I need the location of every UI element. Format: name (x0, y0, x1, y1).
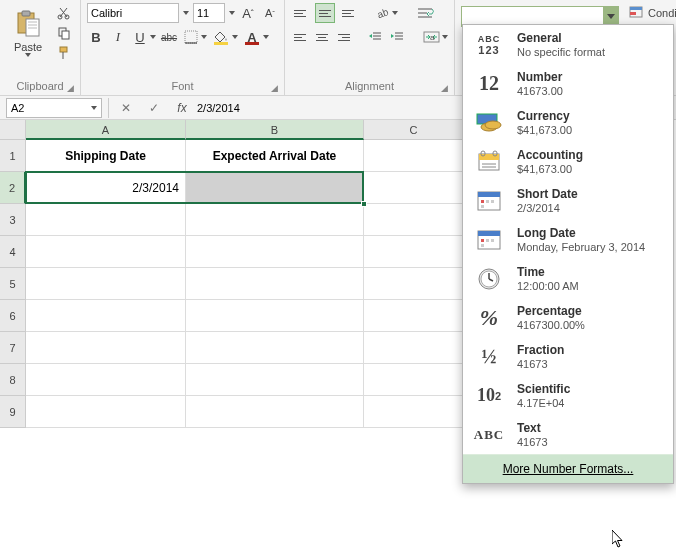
insert-function-button[interactable]: fx (173, 99, 191, 117)
format-percentage[interactable]: % Percentage4167300.00% (463, 298, 673, 337)
row-header-8[interactable]: 8 (0, 364, 26, 396)
clipboard-group-label: Clipboard (6, 79, 74, 93)
fraction-icon: ½ (473, 344, 505, 370)
column-header-a[interactable]: A (26, 120, 186, 140)
alignment-dialog-launcher[interactable]: ◢ (441, 83, 451, 93)
bold-button[interactable]: B (87, 27, 105, 47)
cell-b8[interactable] (186, 364, 364, 396)
decrease-font-button[interactable]: Aˇ (261, 3, 279, 23)
orientation-dropdown[interactable] (392, 11, 398, 15)
cell-a1[interactable]: Shipping Date (26, 140, 186, 172)
strikethrough-button[interactable]: abc (160, 27, 178, 47)
decrease-indent-button[interactable] (366, 27, 384, 47)
paste-dropdown-arrow[interactable] (25, 53, 31, 57)
format-fraction[interactable]: ½ Fraction41673 (463, 337, 673, 376)
cancel-formula-button[interactable]: ✕ (117, 99, 135, 117)
row-header-1[interactable]: 1 (0, 140, 26, 172)
cell-c2[interactable] (364, 172, 464, 204)
format-currency[interactable]: Currency$41,673.00 (463, 103, 673, 142)
format-number[interactable]: 12 Number41673.00 (463, 64, 673, 103)
align-right-button[interactable] (335, 27, 353, 47)
font-family-arrow-icon[interactable] (183, 11, 189, 15)
svg-rect-11 (62, 31, 69, 39)
italic-button[interactable]: I (109, 27, 127, 47)
increase-font-button[interactable]: Aˆ (239, 3, 257, 23)
cell-c6[interactable] (364, 300, 464, 332)
fill-handle[interactable] (361, 201, 367, 207)
align-center-button[interactable] (313, 27, 331, 47)
svg-rect-12 (60, 47, 67, 52)
copy-button[interactable] (54, 23, 74, 43)
format-long-date[interactable]: Long DateMonday, February 3, 2014 (463, 220, 673, 259)
cell-c5[interactable] (364, 268, 464, 300)
wrap-text-button[interactable] (416, 3, 434, 23)
borders-dropdown[interactable] (201, 35, 207, 39)
cell-b7[interactable] (186, 332, 364, 364)
row-header-6[interactable]: 6 (0, 300, 26, 332)
cell-b9[interactable] (186, 396, 364, 428)
orientation-button[interactable]: ab (373, 3, 391, 23)
cut-button[interactable] (54, 3, 74, 23)
row-header-5[interactable]: 5 (0, 268, 26, 300)
cell-a6[interactable] (26, 300, 186, 332)
paste-button[interactable]: Paste (6, 9, 50, 57)
cell-a8[interactable] (26, 364, 186, 396)
cell-a3[interactable] (26, 204, 186, 236)
font-family-input[interactable] (87, 3, 179, 23)
row-header-7[interactable]: 7 (0, 332, 26, 364)
cell-c9[interactable] (364, 396, 464, 428)
font-color-button[interactable]: A (242, 27, 262, 47)
font-color-dropdown[interactable] (263, 35, 269, 39)
clipboard-dialog-launcher[interactable]: ◢ (67, 83, 77, 93)
format-painter-button[interactable] (54, 43, 74, 63)
cell-c7[interactable] (364, 332, 464, 364)
merge-center-button[interactable]: a (423, 27, 441, 47)
select-all-corner[interactable] (0, 120, 26, 140)
column-header-c[interactable]: C (364, 120, 464, 140)
cell-b4[interactable] (186, 236, 364, 268)
cell-b6[interactable] (186, 300, 364, 332)
cell-c1[interactable] (364, 140, 464, 172)
cell-a2[interactable]: 2/3/2014 (26, 172, 186, 204)
enter-formula-button[interactable]: ✓ (145, 99, 163, 117)
align-bottom-button[interactable] (339, 3, 359, 23)
align-top-button[interactable] (291, 3, 311, 23)
cell-c4[interactable] (364, 236, 464, 268)
cell-b1[interactable]: Expected Arrival Date (186, 140, 364, 172)
cell-c8[interactable] (364, 364, 464, 396)
column-header-b[interactable]: B (186, 120, 364, 140)
row-header-3[interactable]: 3 (0, 204, 26, 236)
font-size-input[interactable] (193, 3, 225, 23)
borders-button[interactable] (182, 27, 200, 47)
format-accounting[interactable]: Accounting$41,673.00 (463, 142, 673, 181)
name-box[interactable]: A2 (6, 98, 102, 118)
fill-color-dropdown[interactable] (232, 35, 238, 39)
align-left-button[interactable] (291, 27, 309, 47)
conditional-formatting-button[interactable]: Condition (629, 3, 676, 23)
format-text[interactable]: ABC Text41673 (463, 415, 673, 454)
row-header-2[interactable]: 2 (0, 172, 26, 204)
underline-dropdown[interactable] (150, 35, 156, 39)
align-middle-button[interactable] (315, 3, 335, 23)
more-number-formats[interactable]: More Number Formats... (463, 454, 673, 483)
row-header-4[interactable]: 4 (0, 236, 26, 268)
format-scientific[interactable]: 102 Scientific4.17E+04 (463, 376, 673, 415)
cell-a5[interactable] (26, 268, 186, 300)
cell-a9[interactable] (26, 396, 186, 428)
font-size-arrow-icon[interactable] (229, 11, 235, 15)
format-short-date[interactable]: Short Date2/3/2014 (463, 181, 673, 220)
row-header-9[interactable]: 9 (0, 396, 26, 428)
merge-dropdown[interactable] (442, 35, 448, 39)
format-general[interactable]: ABC123 GeneralNo specific format (463, 25, 673, 64)
increase-indent-button[interactable] (388, 27, 406, 47)
cell-c3[interactable] (364, 204, 464, 236)
cell-b3[interactable] (186, 204, 364, 236)
cell-a7[interactable] (26, 332, 186, 364)
format-time[interactable]: Time12:00:00 AM (463, 259, 673, 298)
cell-b5[interactable] (186, 268, 364, 300)
svg-rect-56 (491, 239, 494, 242)
fill-color-button[interactable] (211, 27, 231, 47)
font-dialog-launcher[interactable]: ◢ (271, 83, 281, 93)
underline-button[interactable]: U (131, 27, 149, 47)
cell-a4[interactable] (26, 236, 186, 268)
